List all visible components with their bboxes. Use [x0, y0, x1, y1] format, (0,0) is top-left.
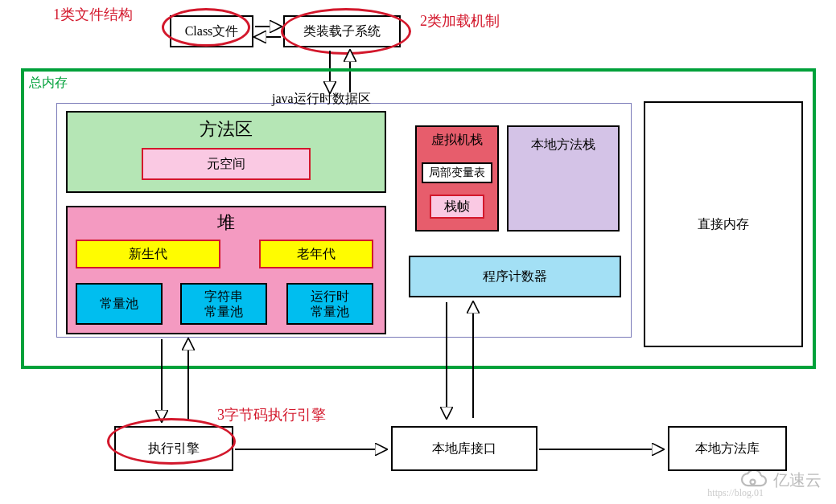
exec-engine-label: 执行引擎 [148, 440, 200, 457]
constpool-label: 常量池 [100, 296, 138, 313]
method-area-label: 方法区 [68, 117, 385, 141]
nativestack-box: 本地方法栈 [507, 125, 620, 232]
annotation-2: 2类加载机制 [420, 11, 500, 31]
class-file-box: Class文件 [170, 15, 253, 47]
newgen-label: 新生代 [129, 246, 167, 263]
vmstack-label: 虚拟机栈 [417, 132, 497, 149]
nativestack-label: 本地方法栈 [531, 137, 595, 154]
oldgen-label: 老年代 [297, 246, 336, 263]
loader-label: 类装载子系统 [303, 23, 381, 40]
rtpool-label-2: 常量池 [311, 304, 349, 319]
stackframe-box: 栈帧 [430, 195, 484, 219]
native-lib-box: 本地方法库 [668, 426, 787, 471]
native-interface-box: 本地库接口 [391, 426, 537, 471]
heap-label: 堆 [68, 211, 385, 235]
native-interface-label: 本地库接口 [432, 440, 496, 457]
watermark-text: 亿速云 [773, 469, 822, 491]
rtpool-box: 运行时 常量池 [286, 283, 373, 325]
localvartable-label: 局部变量表 [429, 166, 485, 180]
pc-label: 程序计数器 [483, 268, 547, 285]
svg-point-10 [751, 479, 756, 484]
newgen-box: 新生代 [76, 240, 220, 268]
total-memory-label: 总内存 [29, 75, 68, 92]
strpool-label-2: 常量池 [204, 304, 243, 319]
method-area-box: 方法区 元空间 [66, 111, 386, 193]
right-arrow-icon [536, 439, 671, 460]
exec-engine-box: 执行引擎 [114, 426, 233, 471]
runtime-data-area-label: java运行时数据区 [272, 91, 371, 108]
rtpool-label-1: 运行时 [311, 289, 349, 304]
annotation-1: 1类文件结构 [53, 5, 133, 24]
oldgen-box: 老年代 [259, 240, 373, 268]
pc-box: 程序计数器 [409, 256, 621, 297]
right-arrow-icon [232, 439, 394, 460]
cloud-icon [739, 471, 768, 490]
localvartable-box: 局部变量表 [422, 162, 492, 183]
watermark: 亿速云 [739, 469, 822, 491]
loader-box: 类装载子系统 [283, 15, 401, 47]
direct-memory-label: 直接内存 [698, 216, 749, 233]
annotation-3: 3字节码执行引擎 [217, 405, 326, 424]
direct-memory-box: 直接内存 [644, 101, 803, 347]
metaspace-label: 元空间 [207, 156, 245, 173]
constpool-box: 常量池 [76, 283, 163, 325]
bi-arrow-icon [253, 19, 284, 43]
stackframe-label: 栈帧 [444, 199, 470, 215]
strpool-box: 字符串 常量池 [180, 283, 267, 325]
class-file-label: Class文件 [185, 23, 239, 40]
metaspace-box: 元空间 [142, 148, 311, 180]
strpool-label-1: 字符串 [204, 289, 243, 304]
native-lib-label: 本地方法库 [695, 440, 760, 457]
